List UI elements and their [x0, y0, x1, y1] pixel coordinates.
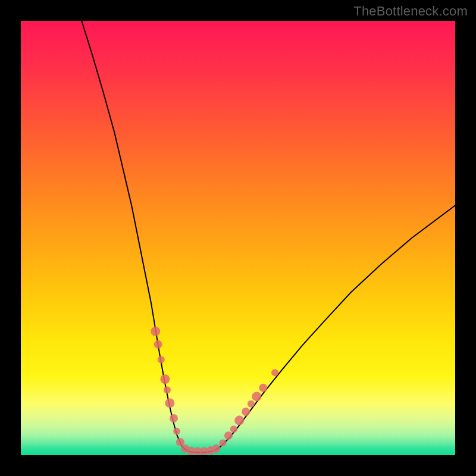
data-bead [252, 392, 261, 401]
plot-area [21, 21, 455, 455]
data-bead [154, 340, 162, 349]
data-bead [271, 369, 278, 376]
data-bead [212, 444, 221, 453]
data-bead [170, 414, 178, 422]
data-bead [242, 408, 250, 416]
data-bead [234, 416, 244, 425]
data-bead [165, 398, 174, 408]
data-bead [248, 400, 255, 408]
data-bead [173, 428, 180, 435]
data-bead [160, 374, 170, 384]
chart-frame: TheBottleneck.com [0, 0, 476, 476]
data-bead [151, 327, 160, 336]
curve-layer [21, 21, 455, 455]
data-bead [164, 387, 171, 394]
data-bead [230, 425, 237, 433]
beads-group [151, 327, 278, 455]
data-bead [259, 384, 267, 392]
data-bead [158, 356, 165, 363]
data-bead [224, 431, 233, 440]
watermark-text: TheBottleneck.com [353, 4, 468, 19]
v-curve [82, 21, 455, 453]
data-bead [219, 440, 226, 447]
